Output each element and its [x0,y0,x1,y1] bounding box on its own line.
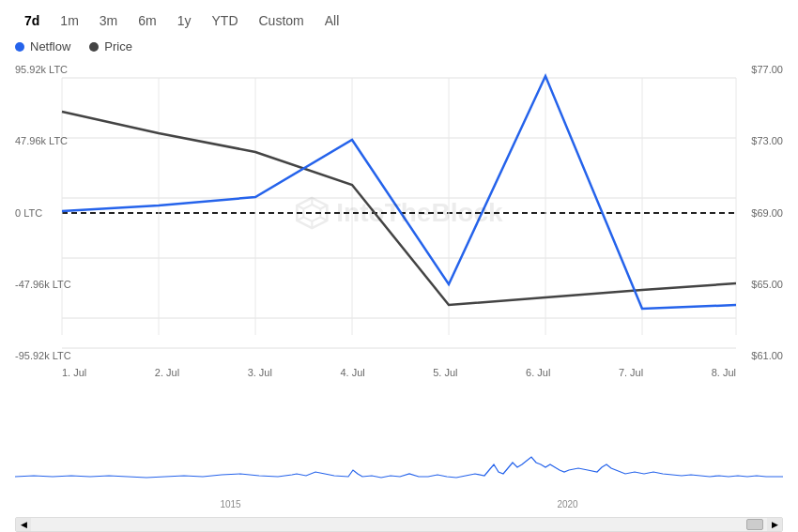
btn-7d[interactable]: 7d [15,9,49,32]
scroll-track[interactable] [31,518,767,531]
mini-label-0: 1015 [220,499,240,509]
mini-chart-container: 1015 2020 [0,440,798,515]
netflow-line [62,76,736,309]
mini-chart-svg [15,444,783,495]
chart-legend: Netflow Price [0,39,798,63]
btn-ytd[interactable]: YTD [203,9,248,32]
mini-label-1: 2020 [557,499,577,509]
btn-3m[interactable]: 3m [90,9,127,32]
main-chart: 95.92k LTC 47.96k LTC 0 LTC -47.96k LTC … [15,63,783,363]
chart-svg [15,63,783,363]
x-label-1: 2. Jul [155,367,179,378]
netflow-dot [15,42,24,52]
time-range-bar: 7d 1m 3m 6m 1y YTD Custom All [0,9,798,39]
x-label-6: 7. Jul [619,367,643,378]
scrollbar: ◀ ▶ [15,517,783,532]
x-label-3: 4. Jul [340,367,364,378]
btn-1y[interactable]: 1y [168,9,201,32]
chart-area: 95.92k LTC 47.96k LTC 0 LTC -47.96k LTC … [0,63,798,438]
legend-price-label: Price [104,39,132,53]
scroll-left-button[interactable]: ◀ [16,518,31,531]
x-label-7: 8. Jul [712,367,736,378]
scroll-thumb[interactable] [746,519,763,530]
mini-netflow-line [15,457,783,478]
x-label-0: 1. Jul [62,367,86,378]
x-label-4: 5. Jul [433,367,457,378]
btn-1m[interactable]: 1m [51,9,87,32]
btn-custom[interactable]: Custom [250,9,314,32]
x-axis: 1. Jul 2. Jul 3. Jul 4. Jul 5. Jul 6. Ju… [15,363,783,378]
x-label-5: 6. Jul [526,367,550,378]
x-label-2: 3. Jul [248,367,272,378]
price-dot [89,42,99,52]
legend-netflow-label: Netflow [30,39,70,53]
main-container: 7d 1m 3m 6m 1y YTD Custom All Netflow Pr… [0,0,798,532]
legend-netflow: Netflow [15,39,70,53]
btn-6m[interactable]: 6m [129,9,165,32]
mini-labels: 1015 2020 [15,499,783,509]
legend-price: Price [89,39,132,53]
btn-all[interactable]: All [315,9,349,32]
scroll-right-button[interactable]: ▶ [767,518,782,531]
